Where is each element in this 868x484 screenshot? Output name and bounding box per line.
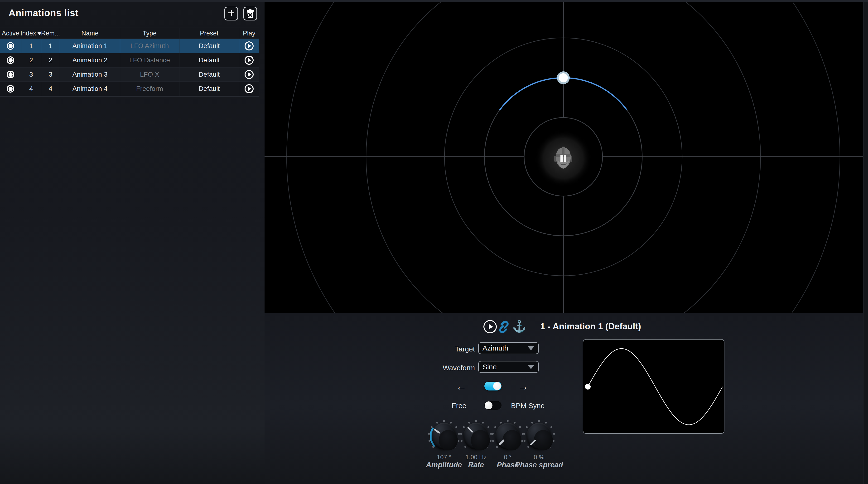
preset-cell: Default xyxy=(180,53,239,67)
panel-title: Animations list xyxy=(8,8,79,18)
col-header-type[interactable]: Type xyxy=(120,28,180,38)
editor-title: 1 - Animation 1 (Default) xyxy=(540,321,641,332)
table-row-animation-3[interactable]: 3 3 Animation 3 LFO X Default xyxy=(0,67,259,82)
direction-left-arrow[interactable]: ← xyxy=(456,381,467,392)
knob-body xyxy=(464,423,489,450)
col-header-name[interactable]: Name xyxy=(60,28,120,38)
row-play-button[interactable] xyxy=(245,41,254,51)
row-play-button[interactable] xyxy=(245,70,254,79)
toggle-knob xyxy=(485,401,493,409)
sort-caret-icon xyxy=(37,32,41,35)
sine-wave-graphic xyxy=(583,340,724,433)
direction-right-arrow[interactable]: → xyxy=(518,381,529,392)
waveform-select[interactable]: Sine xyxy=(478,361,539,373)
col-header-active[interactable]: Active xyxy=(0,28,21,38)
right-edge-strip xyxy=(863,2,868,484)
table-row-animation-4[interactable]: 4 4 Animation 4 Freeform Default xyxy=(0,82,259,96)
window-top-strip xyxy=(0,0,868,2)
bpm-sync-toggle[interactable] xyxy=(485,401,501,410)
phase-spread-label: Phase spread xyxy=(508,461,570,469)
table-row-animation-2[interactable]: 2 2 Animation 2 LFO Distance Default xyxy=(0,53,259,67)
preset-cell: Default xyxy=(180,67,239,81)
target-label: Target xyxy=(420,345,475,353)
waveform-label: Waveform xyxy=(420,364,475,372)
knob-body xyxy=(432,423,456,450)
animations-table: Active Index Rem... Name Type Preset Pla… xyxy=(0,28,259,96)
free-label: Free xyxy=(412,402,466,410)
remote-cell: 1 xyxy=(41,39,60,53)
bpm-sync-label: BPM Sync xyxy=(511,402,544,410)
row-play-button[interactable] xyxy=(245,84,254,93)
row-play-button[interactable] xyxy=(245,56,254,65)
active-radio[interactable] xyxy=(7,56,14,64)
type-cell: Freeform xyxy=(120,82,180,96)
col-header-preset[interactable]: Preset xyxy=(180,28,239,38)
phase-knob[interactable] xyxy=(491,420,524,453)
index-cell: 3 xyxy=(21,67,41,81)
anchor-icon[interactable]: ⚓ xyxy=(512,319,526,334)
waveform-start-dot xyxy=(585,384,591,390)
preset-cell: Default xyxy=(180,82,239,96)
table-row-animation-1[interactable]: 1 1 Animation 1 LFO Azimuth Default xyxy=(0,39,259,53)
add-animation-button[interactable]: + xyxy=(224,7,238,21)
name-cell: Animation 2 xyxy=(60,53,120,67)
active-radio[interactable] xyxy=(7,85,14,92)
waveform-plot xyxy=(583,339,724,434)
play-animation-button[interactable] xyxy=(484,320,497,333)
target-select[interactable]: Azimuth xyxy=(478,342,539,354)
target-value: Azimuth xyxy=(483,344,527,352)
chevron-down-icon xyxy=(527,346,534,350)
rate-knob[interactable] xyxy=(459,420,493,453)
listener-head-icon xyxy=(535,130,592,187)
index-cell: 1 xyxy=(21,39,41,53)
preset-cell: Default xyxy=(180,39,239,53)
phase-spread-knob[interactable] xyxy=(522,420,556,453)
source-position-dot[interactable] xyxy=(557,72,570,84)
play-icon xyxy=(489,324,493,330)
remote-cell: 3 xyxy=(41,67,60,81)
remote-cell: 4 xyxy=(41,82,60,96)
name-cell: Animation 3 xyxy=(60,67,120,81)
remote-cell: 2 xyxy=(41,53,60,67)
toggle-knob xyxy=(493,382,501,390)
active-radio[interactable] xyxy=(7,42,14,50)
type-cell: LFO Azimuth xyxy=(120,39,180,53)
type-cell: LFO X xyxy=(120,67,180,81)
delete-animation-button[interactable] xyxy=(243,7,257,21)
link-icon[interactable] xyxy=(497,320,510,333)
radar-grid xyxy=(265,2,863,313)
spatial-radar-view[interactable] xyxy=(265,2,863,313)
direction-toggle[interactable] xyxy=(485,382,501,391)
table-header-row: Active Index Rem... Name Type Preset Pla… xyxy=(0,28,259,39)
col-header-index[interactable]: Index xyxy=(21,28,41,38)
index-cell: 2 xyxy=(21,53,41,67)
waveform-value: Sine xyxy=(483,363,527,371)
knob-body xyxy=(527,423,551,450)
index-cell: 4 xyxy=(21,82,41,96)
name-cell: Animation 1 xyxy=(60,39,120,53)
app-window: Animations list + Active Index Rem... Na… xyxy=(0,0,868,484)
type-cell: LFO Distance xyxy=(120,53,180,67)
amplitude-knob[interactable] xyxy=(427,420,461,453)
animation-editor-panel: ⚓ 1 - Animation 1 (Default) Target Azimu… xyxy=(265,313,863,484)
phase-spread-value: 0 % xyxy=(510,454,567,461)
knob-body xyxy=(495,423,520,450)
col-header-rem[interactable]: Rem... xyxy=(41,28,60,38)
trash-delete-icon xyxy=(246,9,254,18)
chevron-down-icon xyxy=(527,365,534,369)
col-header-play[interactable]: Play xyxy=(239,28,259,38)
animations-list-panel: Animations list + Active Index Rem... Na… xyxy=(0,2,265,484)
active-radio[interactable] xyxy=(7,71,14,78)
name-cell: Animation 4 xyxy=(60,82,120,96)
